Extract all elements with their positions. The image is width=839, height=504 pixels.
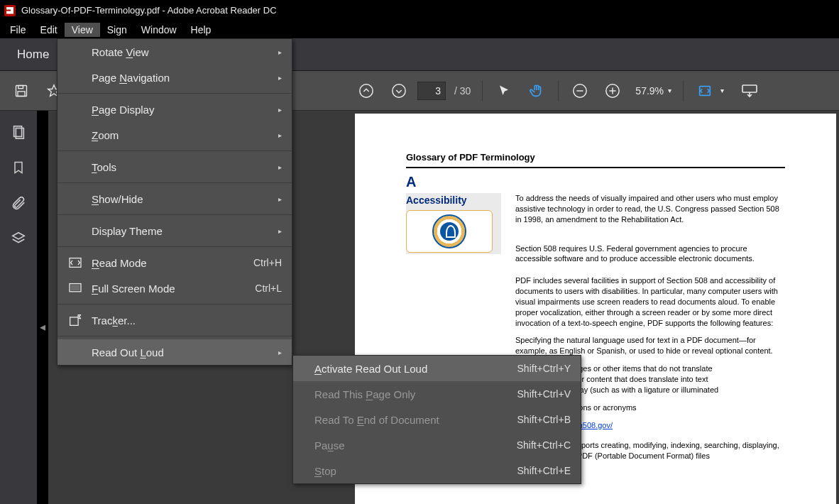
menu-page-navigation[interactable]: Page Navigation▸ [57,65,292,90]
submenu-arrow-icon: ▸ [278,163,282,171]
page-number-input[interactable] [417,82,446,100]
toolbar-separator [683,80,684,102]
menu-activate-rol[interactable]: Activate Read Out LoudShift+Ctrl+Y [293,356,581,381]
svg-rect-12 [742,85,757,92]
titlebar: Glossary-Of-PDF-Terminology.pdf - Adobe … [0,0,839,21]
select-tool-button[interactable] [490,77,518,105]
submenu-arrow-icon: ▸ [278,131,282,139]
read-mode-icon [67,255,83,270]
menu-separator [57,246,292,247]
submenu-arrow-icon: ▸ [278,74,282,82]
menu-stop: StopShift+Ctrl+E [293,458,581,483]
menu-zoom[interactable]: Zoom▸ [57,122,292,148]
page-total-label: / 30 [454,85,471,97]
zoom-value: 57.9% [635,85,664,97]
svg-rect-21 [70,258,81,268]
menu-edit[interactable]: Edit [33,23,65,37]
menu-read-mode[interactable]: Read ModeCtrl+H [57,250,292,275]
svg-point-4 [360,84,373,97]
menu-help[interactable]: Help [184,23,219,37]
chevron-left-icon: ◂ [40,320,45,334]
page-title: Glossary of PDF Terminology [406,152,785,168]
chevron-down-icon[interactable]: ▾ [720,87,724,94]
menu-pause: PauseShift+Ctrl+C [293,432,581,458]
body-text: Specifying the natural language used for… [515,335,785,356]
view-menu-dropdown: Rotate View▸ Page Navigation▸ Page Displ… [57,38,292,366]
toolbar-separator [558,80,559,102]
chevron-down-icon: ▾ [668,87,671,94]
zoom-in-button[interactable] [598,77,627,105]
menu-read-to-end: Read To End of DocumentShift+Ctrl+B [293,407,581,432]
term-label: Accessibility [406,195,467,206]
layers-icon[interactable] [10,230,27,247]
keyboard-button[interactable] [735,77,764,105]
body-text: PDF includes several facilities in suppo… [515,275,785,328]
menu-display-theme[interactable]: Display Theme▸ [57,218,292,243]
menu-view[interactable]: View [65,23,100,37]
shortcut-label: Ctrl+H [253,257,282,268]
menu-file[interactable]: File [3,23,33,37]
svg-point-5 [393,84,405,97]
tracker-icon [67,312,83,328]
menu-separator [57,150,292,151]
menu-page-display[interactable]: Page Display▸ [57,97,292,122]
expand-rail-button[interactable]: ◂ [37,305,48,348]
svg-rect-23 [71,285,79,290]
read-out-loud-submenu: Activate Read Out LoudShift+Ctrl+Y Read … [292,355,581,484]
svg-rect-24 [70,317,78,325]
certified-seal-image [406,210,493,253]
zoom-dropdown[interactable]: 57.9% ▾ [635,85,671,97]
menu-tracker[interactable]: Tracker... [57,307,292,333]
submenu-arrow-icon: ▸ [278,48,282,56]
menu-sign[interactable]: Sign [100,23,134,37]
window-title: Glossary-Of-PDF-Terminology.pdf - Adobe … [21,5,277,16]
menu-separator [57,93,292,94]
svg-marker-20 [13,233,25,239]
menu-separator [57,336,292,336]
menu-window[interactable]: Window [134,23,184,37]
svg-rect-2 [18,91,25,96]
term-heading: Accessibility [406,193,501,254]
shortcut-label: Shift+Ctrl+V [517,388,571,400]
fullscreen-icon [67,280,83,296]
shortcut-label: Ctrl+L [255,283,282,294]
svg-rect-11 [700,86,711,95]
submenu-arrow-icon: ▸ [278,195,282,203]
toolbar-separator [482,80,483,102]
save-button[interactable] [7,77,35,105]
menu-fullscreen[interactable]: Full Screen ModeCtrl+L [57,275,292,301]
body-text: Section 508 requires U.S. Federal govern… [515,243,785,265]
body-text: To address the needs of visually impaire… [515,193,785,225]
shortcut-label: Shift+Ctrl+Y [517,363,571,374]
menu-read-out-loud[interactable]: Read Out Loud▸ [57,339,292,365]
menu-separator [57,214,292,215]
menu-read-this-page: Read This Page OnlyShift+Ctrl+V [293,381,581,407]
app-icon [4,5,16,16]
svg-rect-1 [18,85,23,88]
menu-tools[interactable]: Tools▸ [57,154,292,180]
submenu-arrow-icon: ▸ [278,227,282,235]
bookmark-icon[interactable] [10,159,27,176]
menu-separator [57,182,292,183]
hand-tool-button[interactable] [522,77,551,105]
left-sidebar-rail [0,111,37,504]
submenu-arrow-icon: ▸ [278,349,282,356]
menu-separator [57,304,292,305]
section-letter: A [406,174,785,190]
thumbnails-icon[interactable] [10,124,27,141]
fit-width-button[interactable] [691,77,719,105]
menu-show-hide[interactable]: Show/Hide▸ [57,186,292,212]
zoom-out-button[interactable] [566,77,594,105]
page-up-button[interactable] [352,77,380,105]
shortcut-label: Shift+Ctrl+C [517,439,571,451]
attachment-icon[interactable] [10,195,27,212]
shortcut-label: Shift+Ctrl+E [517,465,571,476]
page-down-button[interactable] [385,77,413,105]
shortcut-label: Shift+Ctrl+B [517,414,571,425]
menubar: File Edit View Sign Window Help [0,21,839,38]
menu-rotate-view[interactable]: Rotate View▸ [57,39,292,65]
submenu-arrow-icon: ▸ [278,106,282,114]
